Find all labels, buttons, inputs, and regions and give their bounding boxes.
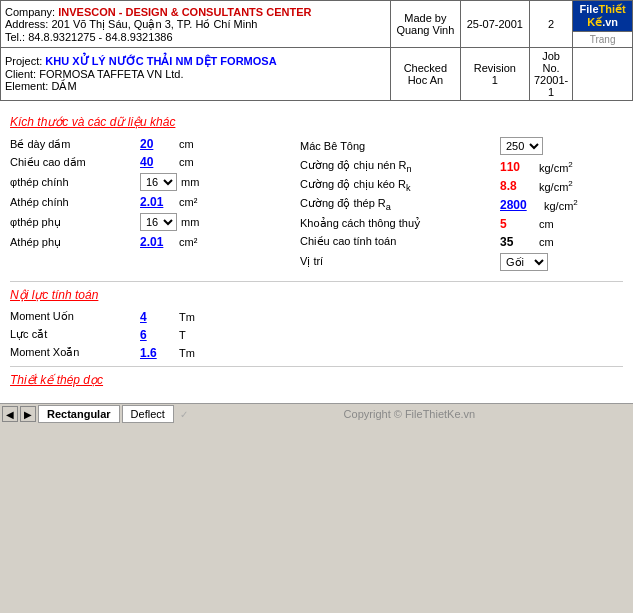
mac-be-tong-select[interactable]: 250 200 300 — [500, 137, 543, 155]
khoang-cach-unit: cm — [539, 218, 554, 230]
cuong-do-keo-value: 8.8 — [500, 179, 535, 193]
thep-chinh-label: φthép chính — [10, 176, 140, 188]
copyright-text: Copyright © FileThietKe.vn — [188, 408, 631, 420]
be-day-value: 20 — [140, 137, 175, 151]
revision-value: 1 — [465, 74, 525, 86]
a-thep-chinh-value: 2.01 — [140, 195, 175, 209]
logo-file: File — [580, 3, 599, 15]
revision-label: Revision — [465, 62, 525, 74]
section3-title: Thiết kế thép dọc — [10, 373, 623, 387]
moment-xoan-unit: Tm — [179, 347, 195, 359]
a-thep-phu-unit: cm² — [179, 236, 197, 248]
address-row: Address: 201 Võ Thị Sáu, Quận 3, TP. Hồ … — [5, 18, 386, 31]
header-table: Company: INVESCON - DESIGN & CONSULTANTS… — [0, 0, 633, 101]
thep-chinh-unit: mm — [181, 176, 199, 188]
mac-be-tong-label: Mác Bê Tông — [300, 140, 500, 152]
job-no-label: Job No. — [534, 50, 568, 74]
a-thep-phu-label: Athép phụ — [10, 236, 140, 249]
company-label: Company: — [5, 6, 55, 18]
cuong-do-thep-unit: kg/cm2 — [544, 198, 578, 212]
nav-prev-button[interactable]: ◀ — [2, 406, 18, 422]
company-row: Company: INVESCON - DESIGN & CONSULTANTS… — [5, 6, 386, 18]
address-label: Address: — [5, 18, 48, 30]
checked-label: Checked — [395, 62, 455, 74]
tab-icon: ✓ — [180, 409, 188, 420]
made-by-person: Quang Vinh — [395, 24, 455, 36]
tel-value: 84.8.9321275 - 84.8.9321386 — [28, 31, 172, 43]
element-label: Element: — [5, 80, 48, 92]
khoang-cach-value: 5 — [500, 217, 535, 231]
divider1 — [10, 281, 623, 282]
vi-tri-select[interactable]: Gối Nhịp — [500, 253, 548, 271]
a-thep-chinh-unit: cm² — [179, 196, 197, 208]
cuong-do-nen-label: Cường độ chịu nén Rn — [300, 159, 500, 174]
nav-next-button[interactable]: ▶ — [20, 406, 36, 422]
project-name: KHU XỬ LÝ NƯỚC THẢI NM DỆT FORMOSA — [45, 55, 276, 67]
project-label: Project: — [5, 55, 42, 67]
cuong-do-keo-unit: kg/cm2 — [539, 179, 573, 193]
cuong-do-nen-value: 110 — [500, 160, 535, 174]
address-value: 201 Võ Thị Sáu, Quận 3, TP. Hồ Chí Minh — [51, 18, 257, 30]
cuong-do-nen-unit: kg/cm2 — [539, 160, 573, 174]
cuong-do-thep-value: 2800 — [500, 198, 540, 212]
bottom-bar: ◀ ▶ Rectangular Deflect ✓ Copyright © Fi… — [0, 403, 633, 425]
moment-uon-label: Moment Uốn — [10, 310, 140, 323]
luc-cat-unit: T — [179, 329, 186, 341]
khoang-cach-label: Khoảng cách thông thuỷ — [300, 217, 500, 230]
logo-vn: .vn — [602, 16, 618, 28]
chieu-cao-tinh-unit: cm — [539, 236, 554, 248]
company-name: INVESCON - DESIGN & CONSULTANTS CENTER — [58, 6, 311, 18]
thep-phu-unit: mm — [181, 216, 199, 228]
moment-xoan-label: Moment Xoắn — [10, 346, 140, 359]
tel-row: Tel.: 84.8.9321275 - 84.8.9321386 — [5, 31, 386, 43]
section1-title: Kích thước và các dữ liệu khác — [10, 115, 623, 129]
made-by-label: Made by — [395, 12, 455, 24]
page-label: Trang — [590, 34, 616, 45]
vi-tri-label: Vị trí — [300, 255, 500, 268]
client-value: FORMOSA TAFFETA VN Ltd. — [39, 68, 183, 80]
chieu-cao-unit: cm — [179, 156, 194, 168]
job-no-value: 72001-1 — [534, 74, 568, 98]
moment-uon-value: 4 — [140, 310, 175, 324]
thep-chinh-select[interactable]: 16 12 18 20 — [140, 173, 177, 191]
chieu-cao-tinh-value: 35 — [500, 235, 535, 249]
luc-cat-value: 6 — [140, 328, 175, 342]
tel-label: Tel.: — [5, 31, 25, 43]
a-thep-chinh-label: Athép chính — [10, 196, 140, 208]
be-day-unit: cm — [179, 138, 194, 150]
moment-uon-unit: Tm — [179, 311, 195, 323]
cuong-do-thep-label: Cường độ thép Ra — [300, 197, 500, 212]
thep-phu-label: φthép phụ — [10, 216, 140, 229]
moment-xoan-value: 1.6 — [140, 346, 175, 360]
luc-cat-label: Lực cắt — [10, 328, 140, 341]
element-value: DẦM — [51, 80, 76, 92]
tab-rectangular[interactable]: Rectangular — [38, 405, 120, 423]
page-value: 2 — [534, 18, 568, 30]
a-thep-phu-value: 2.01 — [140, 235, 175, 249]
chieu-cao-tinh-label: Chiều cao tính toán — [300, 235, 500, 248]
chieu-cao-value: 40 — [140, 155, 175, 169]
be-day-label: Bề dày dầm — [10, 138, 140, 151]
section2-title: Nội lực tính toán — [10, 288, 623, 302]
tab-deflect[interactable]: Deflect — [122, 405, 174, 423]
date-value: 25-07-2001 — [465, 18, 525, 30]
thep-phu-select[interactable]: 16 12 18 20 — [140, 213, 177, 231]
chieu-cao-label: Chiều cao dầm — [10, 156, 140, 169]
client-label: Client: — [5, 68, 36, 80]
checked-person: Hoc An — [395, 74, 455, 86]
cuong-do-keo-label: Cường độ chịu kéo Rk — [300, 178, 500, 193]
divider2 — [10, 366, 623, 367]
